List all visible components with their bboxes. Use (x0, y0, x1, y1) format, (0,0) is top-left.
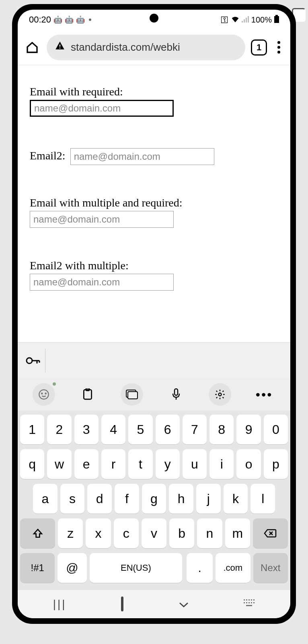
key-d[interactable]: d (87, 484, 112, 514)
key-3[interactable]: 3 (74, 415, 99, 444)
keyboard-switch-button[interactable] (244, 599, 255, 609)
key-z[interactable]: z (58, 518, 83, 548)
svg-rect-3 (248, 16, 249, 23)
page-content[interactable]: Email with required: Email2: Email with … (18, 65, 290, 342)
svg-rect-5 (274, 16, 279, 23)
url-bar[interactable]: standardista.com/webki (47, 35, 245, 60)
kb-row-bottom: !#1 @ EN(US) . .com Next (20, 553, 288, 583)
key-k[interactable]: k (224, 484, 248, 514)
svg-rect-24 (244, 599, 245, 601)
svg-point-13 (41, 393, 42, 394)
key-c[interactable]: c (114, 518, 139, 548)
key-o[interactable]: o (236, 449, 261, 479)
key-j[interactable]: j (196, 484, 221, 514)
key-y[interactable]: y (156, 449, 180, 479)
kb-row-letters: qwertyuiop (20, 449, 288, 479)
email-input[interactable] (30, 100, 174, 117)
email-input[interactable] (30, 274, 174, 291)
field-label: Email2 with multiple: (30, 259, 278, 272)
autofill-bar (18, 342, 290, 378)
key-l[interactable]: l (251, 484, 275, 514)
key-f[interactable]: f (115, 484, 139, 514)
kb-row-numbers: 1234567890 (20, 415, 288, 444)
status-right: ⚿ 100% (221, 15, 279, 25)
key-r[interactable]: r (101, 449, 125, 479)
svg-rect-1 (244, 19, 245, 23)
key-n[interactable]: n (197, 518, 222, 548)
backspace-key[interactable] (253, 518, 288, 548)
key-x[interactable]: x (86, 518, 111, 548)
form-field: Email with multiple and required: (30, 196, 278, 228)
signal-icon (242, 15, 249, 25)
url-text: standardista.com/webki (71, 41, 180, 54)
key-v[interactable]: v (142, 518, 166, 548)
svg-rect-27 (251, 599, 252, 601)
key-2[interactable]: 2 (47, 415, 71, 444)
voice-input-button[interactable] (165, 383, 187, 406)
key-0[interactable]: 0 (264, 415, 288, 444)
home-button[interactable] (23, 39, 41, 56)
field-label: Email with multiple and required: (30, 196, 278, 209)
home-button[interactable] (121, 598, 123, 611)
dotcom-key[interactable]: .com (216, 553, 250, 583)
key-s[interactable]: s (60, 484, 85, 514)
svg-rect-34 (246, 605, 252, 606)
divider (45, 349, 45, 373)
key-6[interactable]: 6 (156, 415, 180, 444)
overflow-menu-button[interactable] (273, 41, 285, 54)
form-field: Email2 with multiple: (30, 259, 278, 291)
keyboard-settings-button[interactable] (121, 383, 143, 406)
svg-rect-0 (242, 21, 243, 23)
kb-row-letters: zxcvbnm (20, 518, 288, 548)
keyboard-hide-button[interactable] (178, 598, 189, 611)
next-key[interactable]: Next (253, 553, 288, 583)
recents-button[interactable]: ||| (53, 598, 67, 611)
more-button[interactable]: ••• (253, 383, 275, 406)
screen: 00:20 🤖 🤖 🤖 ⚿ 100% (18, 10, 290, 618)
email-input[interactable] (70, 148, 214, 165)
svg-rect-4 (275, 15, 278, 16)
period-key[interactable]: . (187, 553, 213, 583)
device-frame: 00:20 🤖 🤖 🤖 ⚿ 100% (12, 4, 296, 624)
key-h[interactable]: h (169, 484, 193, 514)
key-a[interactable]: a (33, 484, 57, 514)
tab-count-text: 1 (257, 42, 261, 53)
key-1[interactable]: 1 (20, 415, 44, 444)
kb-row-letters: asdfghjkl (20, 484, 288, 514)
svg-rect-2 (246, 18, 247, 23)
clipboard-button[interactable] (76, 383, 99, 406)
space-key[interactable]: EN(US) (90, 553, 183, 583)
key-e[interactable]: e (74, 449, 99, 479)
key-4[interactable]: 4 (101, 415, 125, 444)
email-input[interactable] (30, 211, 174, 228)
svg-point-8 (27, 358, 32, 363)
key-p[interactable]: p (264, 449, 288, 479)
key-b[interactable]: b (169, 518, 194, 548)
shift-key[interactable] (20, 518, 55, 548)
key-w[interactable]: w (47, 449, 71, 479)
svg-rect-33 (253, 602, 255, 603)
tab-switcher-button[interactable]: 1 (251, 39, 267, 56)
key-q[interactable]: q (20, 449, 44, 479)
key-m[interactable]: m (225, 518, 250, 548)
gear-button[interactable] (209, 383, 231, 406)
key-i[interactable]: i (209, 449, 234, 479)
key-g[interactable]: g (142, 484, 166, 514)
key-u[interactable]: u (183, 449, 207, 479)
key-9[interactable]: 9 (236, 415, 261, 444)
at-key[interactable]: @ (57, 553, 86, 583)
emoji-button[interactable] (33, 383, 55, 406)
browser-toolbar: standardista.com/webki 1 (18, 30, 290, 65)
symbols-key[interactable]: !#1 (20, 553, 55, 583)
key-7[interactable]: 7 (183, 415, 207, 444)
svg-rect-31 (248, 602, 250, 603)
form-field: Email2: (30, 148, 278, 165)
key-t[interactable]: t (128, 449, 152, 479)
key-5[interactable]: 5 (128, 415, 152, 444)
notification-dot (89, 19, 91, 21)
camera-notch (150, 14, 158, 23)
svg-point-21 (219, 393, 222, 396)
password-key-icon[interactable] (23, 354, 43, 367)
key-8[interactable]: 8 (209, 415, 234, 444)
battery-text: 100% (251, 15, 272, 25)
